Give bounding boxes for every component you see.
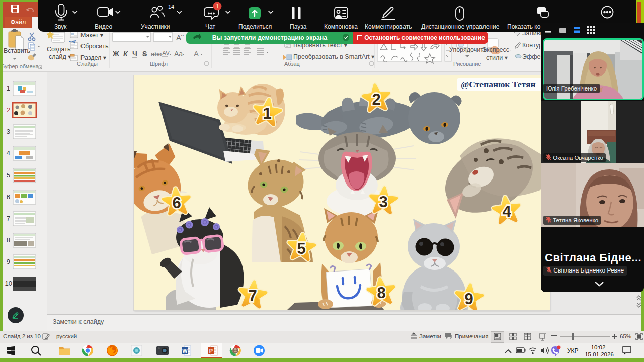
svg-text:7: 7 <box>7 215 10 222</box>
svg-text:1: 1 <box>263 105 271 122</box>
svg-text:Абзац: Абзац <box>284 61 300 67</box>
svg-text:стили ▾: стили ▾ <box>486 54 508 61</box>
svg-text:Буфер обмена: Буфер обмена <box>1 63 39 69</box>
svg-text:2: 2 <box>372 90 380 108</box>
svg-text:Раздел ▾: Раздел ▾ <box>80 54 107 61</box>
svg-text:А: А <box>194 49 199 58</box>
svg-text:6: 6 <box>7 193 10 201</box>
svg-text:2: 2 <box>7 106 10 114</box>
svg-text:УКР: УКР <box>567 347 579 354</box>
svg-text:Макет ▾: Макет ▾ <box>80 32 104 39</box>
svg-text:К: К <box>123 50 128 58</box>
svg-text:Aa: Aa <box>174 50 183 58</box>
svg-text:4: 4 <box>7 149 10 157</box>
svg-text:Аˆ: Аˆ <box>176 33 184 42</box>
svg-text:1: 1 <box>7 84 10 92</box>
svg-text:Создать: Создать <box>47 46 71 53</box>
svg-text:3: 3 <box>379 193 387 211</box>
svg-text:Шрифт: Шрифт <box>150 61 168 67</box>
svg-text:W: W <box>182 348 188 354</box>
svg-text:14: 14 <box>168 4 174 10</box>
svg-text:1: 1 <box>216 3 219 9</box>
svg-text:S: S <box>142 50 147 58</box>
svg-text:Сбросить: Сбросить <box>80 43 109 50</box>
svg-text:10:02: 10:02 <box>591 344 606 350</box>
svg-text:Ч: Ч <box>132 50 137 58</box>
svg-text:8: 8 <box>377 284 385 302</box>
svg-text:15.01.2026: 15.01.2026 <box>585 351 614 357</box>
svg-text:P: P <box>209 348 213 354</box>
svg-text:4: 4 <box>502 203 511 220</box>
svg-text:Упорядочить: Упорядочить <box>449 46 487 53</box>
svg-text:Рисование: Рисование <box>453 61 481 67</box>
svg-text:Ж: Ж <box>112 50 119 58</box>
svg-text:6: 6 <box>172 194 181 212</box>
svg-text:3: 3 <box>7 128 10 135</box>
svg-text:9: 9 <box>464 290 473 308</box>
svg-text:5: 5 <box>7 171 10 179</box>
svg-text:Вставить: Вставить <box>4 47 30 54</box>
svg-text:@Степанюк Тетян: @Степанюк Тетян <box>461 79 536 89</box>
svg-text:Контур: Контур <box>522 42 542 49</box>
svg-text:10: 10 <box>5 280 12 287</box>
svg-text:Преобразовать в SmartArt ▾: Преобразовать в SmartArt ▾ <box>293 53 375 60</box>
svg-text:abc: abc <box>151 50 162 58</box>
svg-text:9: 9 <box>7 258 10 265</box>
svg-text:5: 5 <box>297 240 305 257</box>
svg-text:7: 7 <box>248 287 257 305</box>
svg-text:слайд ▾: слайд ▾ <box>49 53 71 60</box>
svg-text:Экспресс-: Экспресс- <box>482 46 511 53</box>
svg-text:8: 8 <box>7 236 10 244</box>
svg-text:Слайды: Слайды <box>77 61 98 67</box>
svg-text:AV: AV <box>162 50 170 57</box>
